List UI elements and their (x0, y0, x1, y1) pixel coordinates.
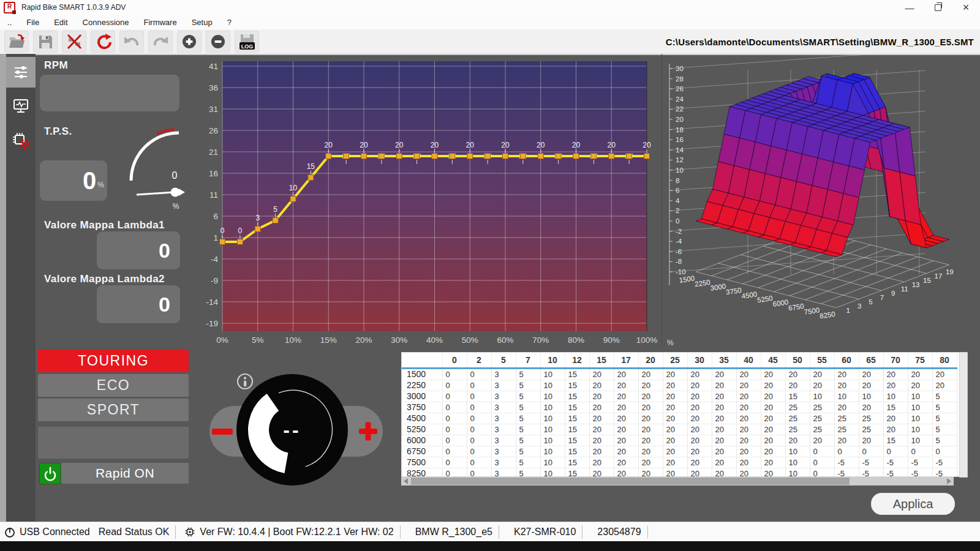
table-cell[interactable]: 0 (810, 457, 834, 468)
table-cell[interactable]: -5 (883, 468, 908, 478)
table-cell[interactable]: -5 (883, 457, 908, 468)
chart-point[interactable] (432, 154, 437, 159)
table-cell[interactable]: 20 (834, 380, 859, 391)
table-cell[interactable]: 20 (761, 424, 785, 435)
table-cell[interactable]: 20 (834, 369, 859, 380)
table-cell[interactable]: 20 (785, 380, 810, 391)
table-cell[interactable]: 20 (859, 369, 883, 380)
table-cell[interactable]: 20 (761, 457, 785, 468)
table-cell[interactable]: 20 (589, 435, 614, 446)
table-cell[interactable]: 0 (467, 413, 491, 424)
table-cell[interactable]: 20 (614, 424, 638, 435)
table-cell[interactable]: 15 (785, 391, 810, 402)
tps-curve-2d-chart[interactable]: 4136312621161161-4-9-14-190%5%10%15%20%3… (189, 54, 662, 348)
table-cell[interactable]: 20 (687, 402, 712, 413)
table-cell[interactable]: 20 (859, 380, 883, 391)
table-cell[interactable]: 20 (834, 402, 859, 413)
table-cell[interactable]: 20 (663, 369, 687, 380)
table-cell[interactable]: 20 (908, 380, 932, 391)
table-cell[interactable]: 0 (810, 446, 834, 457)
table-cell[interactable]: -5 (859, 457, 883, 468)
table-cell[interactable]: 25 (785, 424, 810, 435)
table-cell[interactable]: 10 (540, 380, 565, 391)
menu-item-setup[interactable]: Setup (184, 15, 220, 29)
table-cell[interactable]: 5 (516, 369, 540, 380)
table-col-header[interactable]: 30 (687, 353, 712, 369)
table-cell[interactable]: 20 (638, 457, 663, 468)
table-cell[interactable]: 20 (614, 457, 638, 468)
chart-point[interactable] (627, 154, 632, 159)
table-cell[interactable]: 10 (540, 413, 565, 424)
table-cell[interactable]: 3 (491, 424, 516, 435)
table-cell[interactable]: 20 (663, 413, 687, 424)
table-cell[interactable]: 20 (883, 380, 908, 391)
table-cell[interactable]: 10 (908, 424, 932, 435)
table-col-header[interactable]: 80 (932, 353, 957, 369)
table-cell[interactable]: 20 (614, 468, 638, 478)
table-cell[interactable]: 20 (761, 391, 785, 402)
table-cell[interactable]: 20 (687, 446, 712, 457)
table-cell[interactable]: 20 (614, 413, 638, 424)
table-col-header[interactable]: 35 (712, 353, 736, 369)
table-cell[interactable]: 15 (565, 402, 589, 413)
table-cell[interactable]: -5 (932, 457, 957, 468)
table-cell[interactable]: 20 (663, 446, 687, 457)
table-row-header[interactable]: 8250 (402, 468, 442, 478)
table-cell[interactable]: 15 (565, 380, 589, 391)
table-cell[interactable]: 10 (785, 457, 810, 468)
table-cell[interactable]: 0 (442, 413, 467, 424)
chart-point[interactable] (644, 154, 650, 159)
table-cell[interactable]: 20 (736, 413, 761, 424)
scroll-left-arrow-icon[interactable] (404, 478, 408, 484)
table-cell[interactable]: 20 (932, 369, 957, 380)
table-row-header[interactable]: 2250 (402, 380, 442, 391)
table-cell[interactable]: 20 (638, 380, 663, 391)
table-cell[interactable]: 3 (491, 468, 516, 478)
table-cell[interactable]: 15 (565, 435, 589, 446)
table-vertical-scrollbar[interactable] (959, 352, 968, 478)
table-cell[interactable]: 15 (565, 457, 589, 468)
table-cell[interactable]: 20 (638, 413, 663, 424)
table-cell[interactable]: 5 (932, 413, 957, 424)
table-cell[interactable]: 20 (712, 424, 736, 435)
table-cell[interactable]: -5 (834, 457, 859, 468)
table-cell[interactable]: 0 (467, 446, 491, 457)
table-cell[interactable]: 20 (663, 435, 687, 446)
table-cell[interactable]: 20 (859, 402, 883, 413)
table-col-header[interactable]: 65 (859, 353, 883, 369)
sidebar-item-hardware[interactable] (6, 126, 36, 156)
minimize-button[interactable]: — (895, 0, 924, 15)
redo-button[interactable] (148, 31, 173, 53)
table-cell[interactable]: 20 (736, 424, 761, 435)
table-cell[interactable]: 20 (589, 391, 614, 402)
table-cell[interactable]: 10 (810, 391, 834, 402)
table-cell[interactable]: 20 (687, 380, 712, 391)
close-button[interactable]: × (952, 0, 980, 15)
table-cell[interactable]: 20 (663, 424, 687, 435)
dial-knob[interactable]: -- (236, 374, 348, 485)
table-cell[interactable]: 20 (589, 413, 614, 424)
table-cell[interactable]: 0 (810, 468, 834, 478)
chart-point[interactable] (290, 197, 296, 202)
fuel-map-3d-surface-chart[interactable]: 302826242220181614121086420-2-4-6-8-1015… (662, 54, 980, 348)
table-col-header[interactable]: 17 (614, 353, 638, 369)
table-cell[interactable]: -5 (859, 468, 883, 478)
chart-point[interactable] (396, 154, 402, 159)
table-cell[interactable]: 15 (565, 413, 589, 424)
save-button[interactable] (33, 31, 58, 53)
table-cell[interactable]: 20 (687, 391, 712, 402)
chart-point[interactable] (379, 154, 384, 159)
table-cell[interactable]: 20 (663, 380, 687, 391)
apply-button[interactable]: Applica (871, 493, 955, 515)
table-cell[interactable]: 25 (810, 413, 834, 424)
table-cell[interactable]: 0 (442, 369, 467, 380)
table-cell[interactable]: 0 (467, 435, 491, 446)
table-cell[interactable]: 20 (589, 402, 614, 413)
table-cell[interactable]: 20 (687, 413, 712, 424)
table-cell[interactable]: 20 (810, 380, 834, 391)
table-cell[interactable]: 3 (491, 402, 516, 413)
table-cell[interactable]: 20 (614, 369, 638, 380)
table-cell[interactable]: 3 (491, 391, 516, 402)
table-cell[interactable]: 20 (687, 369, 712, 380)
table-cell[interactable]: 0 (442, 435, 467, 446)
